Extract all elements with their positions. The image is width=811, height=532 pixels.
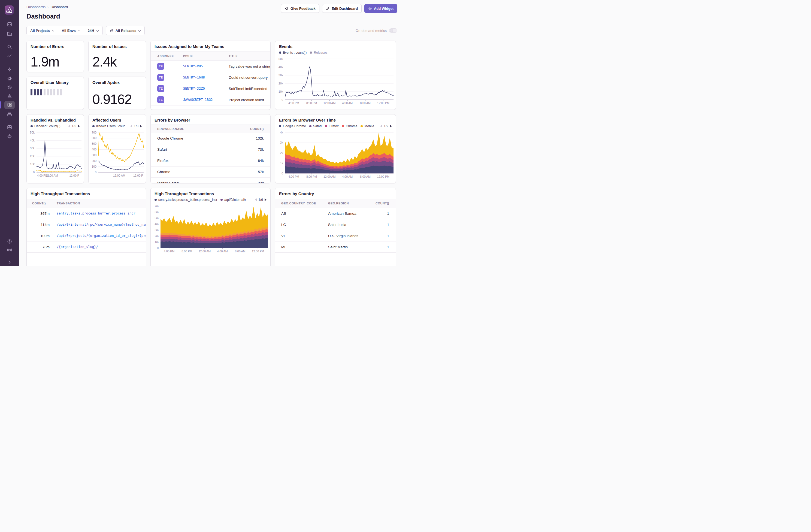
- add-widget-button[interactable]: Add Widget: [364, 4, 397, 13]
- broadcast-icon[interactable]: [4, 246, 15, 254]
- sidebar-item-performance[interactable]: [4, 65, 15, 74]
- environment-filter[interactable]: All Envs: [58, 26, 84, 35]
- sentry-logo[interactable]: [5, 5, 14, 15]
- sidebar-item-releases[interactable]: [4, 83, 15, 91]
- pencil-icon: [326, 6, 330, 10]
- widget-number-of-issues[interactable]: Number of Issues 2.4k: [88, 41, 146, 72]
- throughput-legend: sentry.tasks.process_buffer.process_incr…: [151, 197, 270, 202]
- legend-label: Firefox: [328, 124, 339, 128]
- sidebar-item-settings[interactable]: [4, 132, 15, 140]
- misery-bar: [34, 89, 36, 95]
- legend-label: Known Users : cour: [96, 124, 125, 128]
- country-code: LC: [281, 223, 328, 227]
- svg-text:12:00 P: 12:00 P: [133, 174, 143, 177]
- sidebar-item-search[interactable]: [4, 43, 15, 51]
- issue-link[interactable]: JAVASCRIPT-1BG2: [183, 98, 229, 102]
- svg-text:12:00 AM: 12:00 AM: [323, 101, 335, 105]
- widget-errors-by-browser[interactable]: Errors by Browser BROWSER.NAME COUNT() G…: [150, 114, 271, 183]
- previous-page-icon[interactable]: [68, 125, 70, 127]
- widget-title: Events: [275, 44, 396, 49]
- svg-text:7m: 7m: [154, 204, 158, 208]
- transaction-link[interactable]: /{organization_slug}/: [57, 245, 146, 249]
- sidebar-item-dashboards[interactable]: [4, 101, 15, 109]
- legend-item[interactable]: Releases: [310, 51, 327, 55]
- issues-table-body: TESENTRY-VD5Tag value was not a stringTE…: [151, 61, 270, 105]
- table-row: Mobile Safari33k: [151, 178, 270, 183]
- widget-overall-apdex[interactable]: Overall Apdex 0.9162: [88, 77, 146, 110]
- widget-number-of-errors[interactable]: Number of Errors 1.9m: [27, 41, 84, 72]
- widget-affected-users[interactable]: Affected Users Known Users : cour1/3 010…: [88, 114, 146, 183]
- legend-item[interactable]: Mobile S: [361, 124, 375, 128]
- sidebar-item-issues[interactable]: [4, 20, 15, 28]
- svg-text:1m: 1m: [154, 240, 158, 244]
- sidebar-item-stats[interactable]: [4, 123, 15, 131]
- help-icon[interactable]: [4, 238, 15, 246]
- release-filter-label: All Releases: [116, 29, 137, 33]
- sidebar-item-feedback[interactable]: [4, 74, 15, 82]
- chevron-down-icon: [138, 29, 141, 33]
- count-value: 33k: [239, 181, 264, 183]
- misery-bar: [40, 89, 42, 95]
- transaction-link[interactable]: /api/0/projects/{organization_id_or_slug…: [57, 234, 146, 238]
- misery-bar: [37, 89, 39, 95]
- date-range-filter[interactable]: 24H: [84, 26, 103, 35]
- events-chart: 010k20k30k40k50k4:00 PM8:00 PM12:00 AM4:…: [275, 57, 396, 106]
- ondemand-metrics-toggle[interactable]: [389, 28, 397, 33]
- legend-label: Releases: [313, 51, 327, 55]
- breadcrumb-dashboards[interactable]: Dashboards: [27, 5, 46, 9]
- widget-high-throughput-table[interactable]: High Throughput Transactions COUNT() TRA…: [27, 188, 146, 266]
- widget-errors-by-country[interactable]: Errors by Country GEO.COUNTRY_CODE GEO.R…: [275, 188, 396, 266]
- transaction-cell: /{organization_slug}/: [57, 245, 146, 249]
- legend-item[interactable]: Google Chrome: [279, 124, 306, 128]
- transaction-link[interactable]: sentry.tasks.process_buffer.process_incr: [57, 212, 146, 215]
- collapse-sidebar-icon[interactable]: [4, 258, 15, 266]
- legend-item[interactable]: Chrome: [342, 124, 357, 128]
- widget-handled-vs-unhandled[interactable]: Handled vs. Unhandled Handled : count( )…: [27, 114, 84, 183]
- sidebar-item-stories[interactable]: [4, 110, 15, 118]
- widget-high-throughput-chart[interactable]: High Throughput Transactions sentry.task…: [150, 188, 271, 266]
- col-country-code: GEO.COUNTRY_CODE: [281, 202, 328, 205]
- legend-item[interactable]: Safari: [309, 124, 322, 128]
- legend-item[interactable]: /api/0/internal/r: [220, 198, 246, 202]
- sidebar-item-explore[interactable]: [4, 29, 15, 37]
- issue-link[interactable]: SENTRY-32ZQ: [183, 87, 229, 90]
- count-value: 1: [374, 245, 389, 249]
- sidebar-item-alerts[interactable]: [4, 92, 15, 100]
- legend-item[interactable]: Firefox: [325, 124, 339, 128]
- widget-user-misery[interactable]: Overall User Misery: [27, 77, 84, 110]
- next-page-icon[interactable]: [390, 125, 392, 127]
- count-value: 76m: [32, 245, 50, 249]
- widget-errors-by-browser-over-time[interactable]: Errors by Browser Over Time Google Chrom…: [275, 114, 396, 183]
- widget-issues-assigned[interactable]: Issues Assigned to Me or My Teams ASSIGN…: [150, 41, 271, 110]
- issue-link[interactable]: SENTRY-VD5: [183, 64, 229, 68]
- issue-cell: SENTRY-32ZQ: [183, 87, 229, 90]
- affected-users-chart: 010020030040050060070012:00 AM12:00 P: [89, 131, 146, 178]
- legend-item[interactable]: Known Users : cour: [92, 124, 125, 128]
- edit-dashboard-button[interactable]: Edit Dashboard: [322, 4, 362, 13]
- next-page-icon[interactable]: [78, 125, 80, 127]
- previous-page-icon[interactable]: [130, 125, 132, 127]
- col-transaction: TRANSACTION: [57, 202, 146, 205]
- col-issue: ISSUE: [183, 55, 229, 58]
- widget-events[interactable]: Events Events : count( )Releases 010k20k…: [275, 41, 396, 110]
- release-filter[interactable]: All Releases: [106, 26, 145, 35]
- legend-dot: [310, 51, 312, 54]
- legend-item[interactable]: Handled : count( ): [31, 124, 60, 128]
- issue-link[interactable]: SENTRY-16H8: [183, 76, 229, 79]
- transaction-link[interactable]: /api/0/internal/rpc/{service_name}/{meth…: [57, 223, 146, 227]
- next-page-icon[interactable]: [265, 198, 266, 201]
- legend-item[interactable]: sentry.tasks.process_buffer.process_incr: [154, 198, 217, 202]
- sidebar-item-traces[interactable]: [4, 52, 15, 60]
- next-page-icon[interactable]: [140, 125, 142, 127]
- legend-item[interactable]: Events : count( ): [279, 51, 307, 55]
- previous-page-icon[interactable]: [380, 125, 382, 127]
- project-filter[interactable]: All Projects: [27, 26, 58, 35]
- svg-text:30k: 30k: [278, 74, 284, 77]
- region-name: Saint Martin: [328, 245, 374, 249]
- svg-text:1k: 1k: [280, 161, 284, 165]
- previous-page-icon[interactable]: [255, 198, 257, 201]
- table-row: 109m/api/0/projects/{organization_id_or_…: [27, 230, 146, 242]
- svg-text:4:00 AM: 4:00 AM: [342, 175, 353, 178]
- give-feedback-button[interactable]: Give Feedback: [281, 4, 319, 13]
- legend-dot: [309, 125, 311, 127]
